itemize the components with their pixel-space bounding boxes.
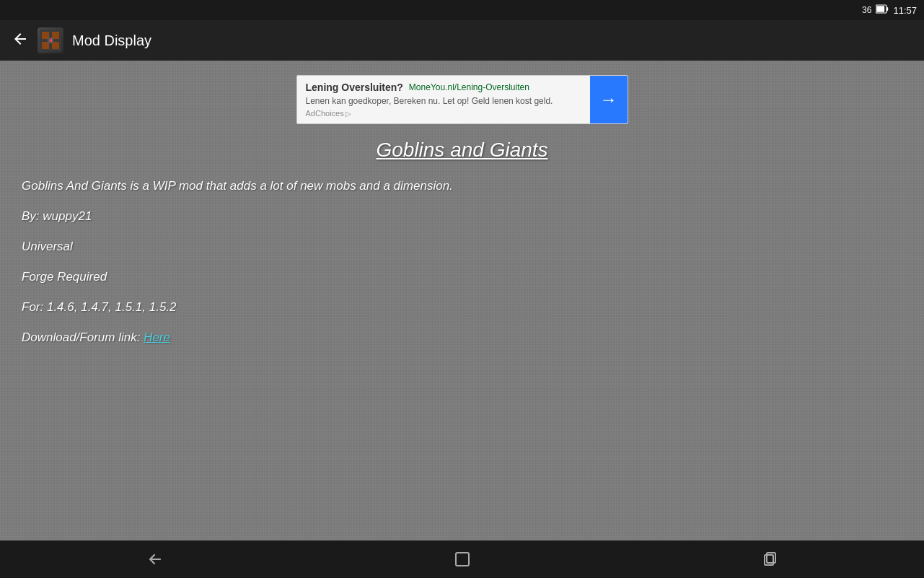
mod-title: Goblins and Giants — [22, 139, 902, 162]
ad-title-row: Lening Oversluiten? MoneYou.nl/Lening-Ov… — [306, 82, 581, 93]
app-bar: Mod Display — [0, 20, 924, 61]
ad-arrow-icon: → — [600, 89, 617, 110]
back-nav-button[interactable] — [115, 543, 193, 575]
svg-rect-1 — [877, 6, 885, 12]
battery-icon — [876, 4, 889, 16]
back-button[interactable] — [12, 30, 29, 51]
ad-url: MoneYou.nl/Lening-Oversluiten — [409, 82, 529, 92]
ad-arrow-button[interactable]: → — [590, 76, 628, 123]
svg-rect-2 — [887, 7, 889, 11]
mod-download-prefix: Download/Forum link: — [22, 330, 144, 344]
ad-banner: Lening Oversluiten? MoneYou.nl/Lening-Ov… — [296, 75, 628, 124]
mod-download-row: Download/Forum link: Here — [22, 330, 902, 345]
ad-title: Lening Oversluiten? — [306, 82, 403, 93]
ad-choices-icon: ▷ — [346, 110, 351, 118]
mod-author: By: wuppy21 — [22, 209, 902, 224]
main-content: Lening Oversluiten? MoneYou.nl/Lening-Ov… — [0, 61, 924, 540]
app-title: Mod Display — [72, 32, 151, 49]
ad-choices: AdChoices ▷ — [306, 109, 581, 118]
signal-strength: 36 — [862, 5, 871, 15]
mod-download-link[interactable]: Here — [144, 330, 170, 344]
nav-bar — [0, 540, 924, 578]
ad-content: Lening Oversluiten? MoneYou.nl/Lening-Ov… — [297, 76, 590, 123]
ad-description: Lenen kan goedkoper, Bereken nu. Let op!… — [306, 96, 581, 106]
mod-description: Goblins And Giants is a WIP mod that add… — [22, 179, 902, 193]
home-nav-button[interactable] — [424, 544, 501, 574]
svg-rect-9 — [456, 553, 469, 566]
recents-nav-button[interactable] — [732, 544, 809, 574]
ad-choices-label: AdChoices — [306, 109, 344, 118]
status-bar: 36 11:57 — [0, 0, 924, 20]
app-icon — [38, 27, 63, 53]
mod-forge: Forge Required — [22, 270, 902, 284]
time-display: 11:57 — [893, 5, 917, 16]
mod-universal: Universal — [22, 240, 902, 254]
mod-versions: For: 1.4.6, 1.4.7, 1.5.1, 1.5.2 — [22, 300, 902, 315]
